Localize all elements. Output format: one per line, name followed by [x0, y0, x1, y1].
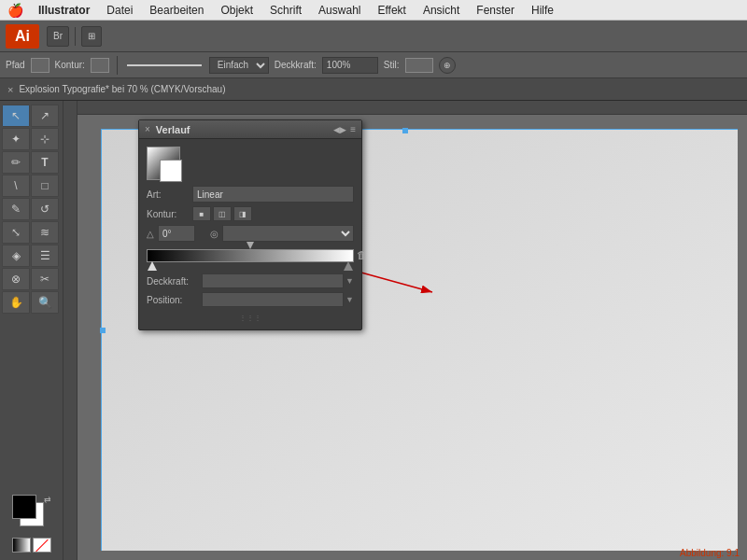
foreground-color-swatch[interactable]	[12, 495, 36, 519]
position-input[interactable]	[202, 292, 344, 307]
deckkraft-panel-label: Deckkraft:	[147, 276, 198, 287]
menu-fenster[interactable]: Fenster	[469, 2, 522, 19]
menu-schrift[interactable]: Schrift	[262, 2, 309, 19]
gradient-stroke-swatch[interactable]	[160, 160, 182, 182]
deckkraft-dropdown-arrow[interactable]: ▼	[345, 276, 354, 286]
menu-hilfe[interactable]: Hilfe	[524, 2, 561, 19]
path-label: Pfad	[6, 60, 25, 70]
panel-close-button[interactable]: ×	[145, 124, 150, 134]
selection-tool-button[interactable]: ↖	[2, 105, 30, 127]
panel-resize-handle[interactable]: ⋮⋮⋮	[147, 311, 354, 322]
scale-tool-button[interactable]: ⤡	[2, 221, 30, 244]
angle-row: △ ◎	[147, 225, 354, 242]
kontur-across-button[interactable]: ◨	[233, 206, 252, 221]
type-tool-button[interactable]: T	[31, 151, 59, 174]
zoom-tool-button[interactable]: 🔍	[31, 291, 59, 314]
hand-tool-button[interactable]: ✋	[2, 291, 30, 314]
type-label: Art:	[147, 189, 189, 200]
deckkraft-label: Deckkraft:	[275, 60, 317, 70]
panel-menu-button[interactable]: ≡	[350, 124, 356, 134]
rect-tool-button[interactable]: □	[31, 175, 59, 197]
tool-row-4: \ □	[2, 175, 61, 197]
canvas-handle-left[interactable]	[100, 328, 106, 333]
color-swatches: ⇄	[12, 495, 51, 534]
menu-ansicht[interactable]: Ansicht	[416, 2, 467, 19]
tool-row-5: ✎ ↺	[2, 198, 61, 220]
canvas-area[interactable]: × Verlauf ◀▶ ≡ Art:	[63, 101, 747, 560]
none-fill-button[interactable]	[33, 538, 51, 553]
kontur-along-button[interactable]: ◫	[213, 206, 232, 221]
statusbar: Abbildung: 9.1	[672, 546, 747, 560]
angle-input[interactable]	[158, 225, 195, 242]
lasso-tool-button[interactable]: ⊹	[31, 128, 59, 150]
warp-tool-button[interactable]: ≋	[31, 221, 59, 244]
pencil-tool-button[interactable]: ✎	[2, 198, 30, 220]
tool-row-9: ✋ 🔍	[2, 291, 61, 314]
main-area: ↖ ↗ ✦ ⊹ ✏ T \ □ ✎ ↺ ⤡ ≋ ◈ ☰ ⊗ ✂	[0, 101, 747, 560]
gradient-fill-button[interactable]	[12, 538, 31, 553]
graph-tool-button[interactable]: ⊗	[2, 268, 30, 290]
stroke-swatch[interactable]	[91, 58, 109, 73]
apple-menu[interactable]: 🍎	[7, 3, 23, 18]
toolbar: Ai Br ⊞	[0, 21, 747, 52]
menu-bearbeiten[interactable]: Bearbeiten	[142, 2, 211, 19]
menu-effekt[interactable]: Effekt	[370, 2, 413, 19]
aspect-icon: ◎	[210, 229, 218, 239]
panel-body: Art: Linear Radial Kontur: ■ ◫ ◨	[139, 139, 361, 329]
panel-title: Verlauf	[156, 124, 333, 135]
position-dropdown-arrow[interactable]: ▼	[345, 295, 354, 304]
type-row: Art: Linear Radial	[147, 186, 354, 203]
gradient-midpoint-handle[interactable]	[247, 242, 254, 249]
aspect-dropdown[interactable]	[222, 225, 354, 242]
kontur-buttons: ■ ◫ ◨	[192, 206, 252, 221]
type-dropdown-container: Linear Radial	[192, 186, 354, 203]
arrange-button[interactable]: ⊞	[81, 26, 102, 47]
deckkraft-input[interactable]	[322, 57, 378, 74]
gradient-panel: × Verlauf ◀▶ ≡ Art:	[138, 119, 362, 330]
tool-row-2: ✦ ⊹	[2, 128, 61, 150]
position-row: Position: ▼	[147, 292, 354, 307]
menu-illustrator[interactable]: Illustrator	[31, 2, 97, 19]
tool-row-3: ✏ T	[2, 151, 61, 174]
options-globe-button[interactable]: ⊕	[439, 57, 456, 74]
menu-datei[interactable]: Datei	[99, 2, 140, 19]
canvas-handle-top[interactable]	[402, 128, 408, 133]
magic-wand-tool-button[interactable]: ✦	[2, 128, 30, 150]
bridge-button[interactable]: Br	[47, 26, 69, 47]
direct-selection-tool-button[interactable]: ↗	[31, 105, 59, 127]
ruler-horizontal	[63, 101, 747, 115]
position-label: Position:	[147, 295, 198, 305]
deckkraft-row: Deckkraft: ▼	[147, 273, 354, 288]
kontur-fill-button[interactable]: ■	[192, 206, 211, 221]
gradient-swatch-row	[147, 147, 354, 180]
tool-row-7: ◈ ☰	[2, 245, 61, 267]
canvas-border-left	[101, 129, 103, 551]
line-preview	[127, 64, 202, 66]
kontur-row: Kontur: ■ ◫ ◨	[147, 206, 354, 221]
kontur-row-label: Kontur:	[147, 209, 189, 219]
symbol-tool-button[interactable]: ☰	[31, 245, 59, 267]
fill-swatch[interactable]	[31, 58, 49, 73]
gradient-bar[interactable]	[147, 249, 354, 262]
gradient-stop-right[interactable]	[344, 261, 353, 271]
stil-swatch[interactable]	[405, 58, 433, 73]
pen-tool-button[interactable]: ✏	[2, 151, 30, 174]
gradient-type-dropdown[interactable]: Linear Radial	[192, 186, 354, 203]
line-tool-button[interactable]: \	[2, 175, 30, 197]
menu-objekt[interactable]: Objekt	[213, 2, 261, 19]
gradient-slider-container: 🗑	[147, 249, 354, 262]
tab-close-button[interactable]: ×	[7, 84, 13, 95]
optionsbar: Pfad Kontur: Einfach Deckkraft: Stil: ⊕	[0, 52, 747, 78]
delete-stop-button[interactable]: 🗑	[357, 249, 367, 260]
stroke-style-dropdown[interactable]: Einfach	[209, 57, 269, 74]
gradient-stop-left[interactable]	[148, 261, 157, 271]
free-transform-button[interactable]: ◈	[2, 245, 30, 267]
panel-expand-button[interactable]: ◀▶	[333, 125, 346, 134]
menubar: 🍎 Illustrator Datei Bearbeiten Objekt Sc…	[0, 0, 747, 21]
panel-header[interactable]: × Verlauf ◀▶ ≡	[139, 120, 361, 139]
menu-auswahl[interactable]: Auswahl	[311, 2, 368, 19]
deckkraft-panel-input[interactable]	[202, 273, 344, 288]
rotate-tool-button[interactable]: ↺	[31, 198, 59, 220]
swap-colors-button[interactable]: ⇄	[44, 495, 51, 504]
scissors-tool-button[interactable]: ✂	[31, 268, 59, 290]
